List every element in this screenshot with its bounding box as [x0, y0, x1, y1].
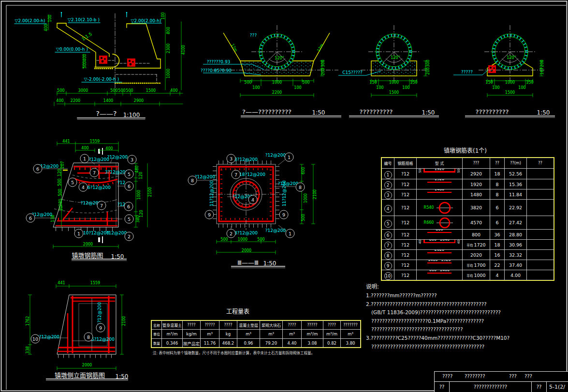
notes-block: 说明: 1.???????mm??????m??????2.??????????… — [366, 282, 567, 351]
rebar-table-header: ??? — [463, 158, 490, 169]
rebar-number: 4 — [384, 205, 392, 213]
rebar-callout: 5 — [125, 215, 134, 224]
rebar-shape-diagram: R540 — [417, 201, 462, 215]
title-block-field: ??? — [509, 374, 517, 379]
rebar-callout: 6 — [26, 214, 35, 223]
note-line: ?????????????????????0.1MPa?????????????… — [366, 317, 567, 326]
rebar-table-row: 1?12192050050029201852.56 — [382, 169, 554, 179]
rebar-table-row: 3?1214801480811.84 — [382, 189, 554, 200]
title-block-cell: ?? — [532, 382, 547, 392]
rebar-table-row: 7?12800~1040400400平均 17201830.96 — [382, 240, 554, 250]
title-block-cell: ????????????? — [450, 382, 532, 392]
rebar-callout: 9 — [279, 210, 289, 219]
masonry-bedding-section-drawing — [453, 25, 555, 117]
rebar-table-row: 6?128008003628.80 — [382, 230, 554, 240]
rebar-table-row: 10?12600~1400平均 100044.00 — [382, 270, 554, 280]
note-line: 3.??????????C25?????40mm?????????????C30… — [366, 334, 567, 343]
note-line: ????????????????????????????????????????… — [366, 343, 567, 351]
rebar-table-row: 5?12R6604570627.42 — [382, 216, 554, 230]
profile-section-drawing — [15, 12, 183, 119]
qty-table-note: 注: 表中材料为单个镇墩数量，尺寸不同于本图时应重新计算，表中未计土石方量和拆除… — [153, 350, 315, 355]
rebar-callout: 5 — [125, 170, 134, 179]
rebar-callout: 7 — [232, 170, 241, 179]
rebar-table-row: 4?12R5403820622.92 — [382, 200, 554, 216]
rebar-number: 8 — [384, 252, 392, 260]
rebar-table-header: ?? — [527, 158, 554, 169]
note-line: (GB/T 11836-2009)???????????????????????… — [366, 308, 567, 317]
notes-heading: 说明: — [366, 282, 567, 290]
rebar-number: 9 — [384, 262, 392, 270]
rebar-callout: 1 — [285, 153, 294, 162]
rebar-table-header: ??(m) — [505, 158, 527, 169]
rebar-table-row: 2?1219201920815.36 — [382, 179, 554, 189]
title-block-field: ??? — [524, 374, 532, 379]
concrete-bedding-section-drawing — [338, 25, 439, 117]
note-line: 1.???????mm??????m?????? — [366, 291, 567, 300]
rebar-number: 10 — [384, 272, 392, 280]
rebar-callout: 3 — [227, 154, 236, 163]
rebar-callout: 2 — [227, 229, 236, 238]
qty-table-row: 名称管身混凝土?????????????混凝土垫层浆砌大块石??????????… — [152, 321, 361, 330]
rebar-callout: 6 — [124, 202, 133, 211]
rebar-table-row: 9?121480~1920平均 17002237.40 — [382, 260, 554, 270]
rebar-table-header: 编号 — [382, 158, 394, 169]
rebar-callout: 3 — [128, 155, 137, 164]
rebar-callout: 6 — [33, 164, 43, 174]
title-block-field: ???????? — [465, 374, 485, 379]
rebar-table-header: 钢筋规格 — [394, 158, 417, 169]
qty-table-row: 单位m³/mkg/mm³kgm³m³m³m³/mm³/mm³ — [152, 330, 361, 339]
note-line: ?????????????????????????????????? — [366, 325, 567, 334]
rebar-table-header: ?? — [490, 158, 505, 169]
rebar-table-header: 型 式 — [417, 158, 463, 169]
rebar-callout: 6 — [125, 182, 134, 191]
rebar-callout: 10 — [31, 334, 40, 344]
drawing-number: 5-1(2/ — [547, 382, 568, 392]
rebar-number: 1 — [384, 171, 392, 179]
rebar-callout: 8 — [84, 333, 93, 342]
note-line: 2.??????????????????????????????????????… — [366, 300, 567, 309]
side-elevation-rebar-drawing — [28, 284, 128, 380]
rebar-table-title: 镇墩钢筋表(1个) — [381, 146, 550, 154]
rebar-callout: 4 — [248, 195, 258, 204]
cad-drawing-sheet: ▽2.00(2.00-h)▽2.10(2.10-b )▽2.00(2.00-h)… — [0, 0, 568, 392]
rebar-callout: 9 — [205, 210, 214, 219]
section-3-3-drawing — [197, 159, 315, 268]
trench-section-drawing — [203, 25, 341, 117]
qty-table: 名称管身混凝土?????????????混凝土垫层浆砌大块石??????????… — [151, 320, 361, 348]
rebar-callout: 1 — [286, 229, 295, 238]
rebar-callout: 7 — [90, 168, 99, 177]
rebar-shape-diagram: R660 — [417, 217, 462, 229]
title-block-row2: ?? ????????????? ?? 5-1(2/ — [435, 382, 568, 392]
qty-table-title: 工程量表 — [151, 307, 325, 315]
rebar-number: 7 — [384, 242, 392, 249]
qty-table-row: 数量0.346按产品定11.76468.20.9679.204.403.080.… — [152, 339, 361, 348]
rebar-callout: 1 — [74, 229, 84, 238]
rebar-callout: 5 — [68, 178, 77, 187]
rebar-callout: 8 — [188, 176, 197, 185]
title-block-field: ???? — [442, 374, 452, 379]
rebar-number: 5 — [384, 220, 392, 228]
title-block: ?????????????????? ?? ????????????? ?? 5… — [434, 371, 568, 392]
title-block-row1: ?????????????????? — [435, 372, 568, 382]
title-block-cell: ?? — [435, 382, 450, 392]
rebar-callout: 2 — [125, 232, 134, 241]
rebar-callout: 4 — [79, 183, 88, 192]
rebar-number: 2 — [384, 181, 392, 189]
rebar-number: 6 — [384, 232, 392, 239]
rebar-callout: 7 — [97, 201, 106, 210]
rebar-number: 3 — [384, 191, 392, 199]
rebar-table: 编号钢筋规格型 式???????(m)??1?12192050050029201… — [381, 157, 554, 281]
rebar-table-row: 8?12202020201632.32 — [382, 250, 554, 260]
rebar-callout: 9 — [96, 323, 105, 333]
rebar-callout: 1 — [80, 154, 89, 163]
rebar-callout: 8 — [296, 183, 305, 192]
